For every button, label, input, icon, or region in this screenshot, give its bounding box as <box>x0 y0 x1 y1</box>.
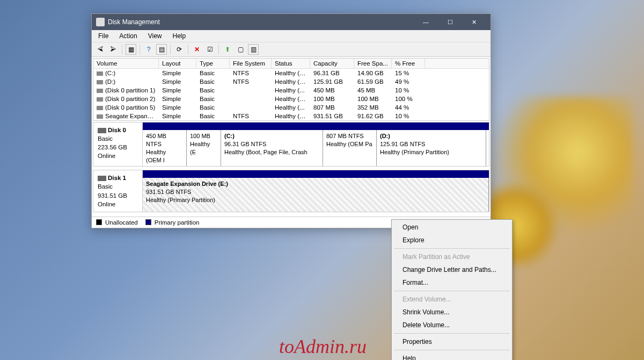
close-button[interactable]: ✕ <box>462 14 486 30</box>
legend-primary-icon <box>145 219 151 225</box>
col-pctfree[interactable]: % Free <box>392 59 425 68</box>
menu-item[interactable]: Format... <box>393 276 511 289</box>
volume-icon <box>97 89 103 93</box>
partition[interactable]: (D:)125.91 GB NTFSHealthy (Primary Parti… <box>377 130 486 166</box>
menu-file[interactable]: File <box>94 31 113 41</box>
partition-stripe <box>143 123 489 130</box>
context-menu: OpenExploreMark Partition as ActiveChang… <box>391 219 513 360</box>
menu-item[interactable]: Open <box>393 221 511 234</box>
volume-icon <box>97 71 103 76</box>
disk-icon <box>98 176 106 181</box>
maximize-button[interactable]: ☐ <box>438 14 462 30</box>
forward-icon[interactable]: ⮚ <box>108 44 119 55</box>
partition[interactable]: 450 MB NTFSHealthy (OEM I <box>143 130 187 166</box>
list-item[interactable]: Seagate Expansion...SimpleBasicNTFSHealt… <box>93 112 489 120</box>
legend-unallocated-label: Unallocated <box>105 219 138 226</box>
list-item[interactable]: (Disk 0 partition 2)SimpleBasicHealthy (… <box>93 95 489 103</box>
menubar: File Action View Help <box>92 30 491 42</box>
partition-seagate-e[interactable]: Seagate Expansion Drive (E:) 931.51 GB N… <box>143 178 489 211</box>
show-pane-icon[interactable]: ▦ <box>126 44 136 55</box>
legend-unallocated-icon <box>96 219 102 225</box>
disk-0-block: Disk 0 Basic 223.56 GB Online 450 MB NTF… <box>93 122 489 167</box>
menu-item: Extend Volume... <box>393 293 511 306</box>
list-item[interactable]: (C:)SimpleBasicNTFSHealthy (B...96.31 GB… <box>93 69 489 77</box>
partition-stripe <box>143 170 489 178</box>
watermark: toAdmin.ru <box>279 335 367 358</box>
back-icon[interactable]: ⮘ <box>95 44 106 55</box>
list-header: Volume Layout Type File System Status Ca… <box>93 59 489 69</box>
disk-1-block: Disk 1 Basic 931.51 GB Online Seagate Ex… <box>93 170 489 212</box>
layout-icon[interactable]: ▥ <box>248 44 259 55</box>
volume-icon <box>97 106 103 110</box>
menu-item[interactable]: Help <box>393 352 511 360</box>
menu-item[interactable]: Properties <box>393 335 511 348</box>
col-volume[interactable]: Volume <box>93 59 159 68</box>
menu-item[interactable]: Shrink Volume... <box>393 306 511 319</box>
menu-action[interactable]: Action <box>115 31 141 41</box>
disk-0-label[interactable]: Disk 0 Basic 223.56 GB Online <box>93 123 143 166</box>
partition[interactable]: 100 MBHealthy (E <box>187 130 221 166</box>
wizard-icon[interactable]: ▢ <box>235 44 246 55</box>
menu-item[interactable]: Explore <box>393 234 511 247</box>
col-status[interactable]: Status <box>272 59 310 68</box>
legend-primary-label: Primary partition <box>155 219 200 226</box>
new-icon[interactable]: ⬆ <box>222 44 233 55</box>
toolbar: ⮘ ⮚ ▦ ? ▤ ⟳ ✕ ☑ ⬆ ▢ ▥ <box>92 42 491 57</box>
graphical-view: Disk 0 Basic 223.56 GB Online 450 MB NTF… <box>93 122 489 215</box>
menu-item: Mark Partition as Active <box>393 250 511 263</box>
partition[interactable]: 807 MB NTFSHealthy (OEM Pa <box>323 130 377 166</box>
disk-1-label[interactable]: Disk 1 Basic 931.51 GB Online <box>93 170 143 211</box>
minimize-button[interactable]: — <box>414 14 438 30</box>
volume-icon <box>97 80 103 84</box>
refresh-icon[interactable]: ⟳ <box>174 44 185 55</box>
col-layout[interactable]: Layout <box>159 59 196 68</box>
menu-help[interactable]: Help <box>169 31 191 41</box>
menu-item[interactable]: Delete Volume... <box>393 319 511 332</box>
col-type[interactable]: Type <box>196 59 230 68</box>
col-free[interactable]: Free Spa... <box>354 59 392 68</box>
list-item[interactable]: (Disk 0 partition 5)SimpleBasicHealthy (… <box>93 103 489 112</box>
col-capacity[interactable]: Capacity <box>310 59 354 68</box>
list-icon[interactable]: ▤ <box>156 44 167 55</box>
list-item[interactable]: (D:)SimpleBasicNTFSHealthy (P...125.91 G… <box>93 77 489 86</box>
volume-list[interactable]: Volume Layout Type File System Status Ca… <box>93 58 489 121</box>
app-icon <box>96 18 105 26</box>
list-item[interactable]: (Disk 0 partition 1)SimpleBasicHealthy (… <box>93 86 489 95</box>
disk-icon <box>98 128 106 133</box>
col-fs[interactable]: File System <box>230 59 272 68</box>
help-icon[interactable]: ? <box>143 44 154 55</box>
window-title: Disk Management <box>108 18 414 26</box>
disk-management-window: Disk Management — ☐ ✕ File Action View H… <box>91 13 491 228</box>
partition[interactable]: (C:)96.31 GB NTFSHealthy (Boot, Page Fil… <box>221 130 323 166</box>
menu-view[interactable]: View <box>144 31 166 41</box>
volume-icon <box>97 97 103 102</box>
menu-item[interactable]: Change Drive Letter and Paths... <box>393 263 511 276</box>
properties-icon[interactable]: ☑ <box>204 44 215 55</box>
volume-icon <box>97 114 103 119</box>
titlebar: Disk Management — ☐ ✕ <box>92 14 491 30</box>
delete-icon[interactable]: ✕ <box>192 44 202 55</box>
